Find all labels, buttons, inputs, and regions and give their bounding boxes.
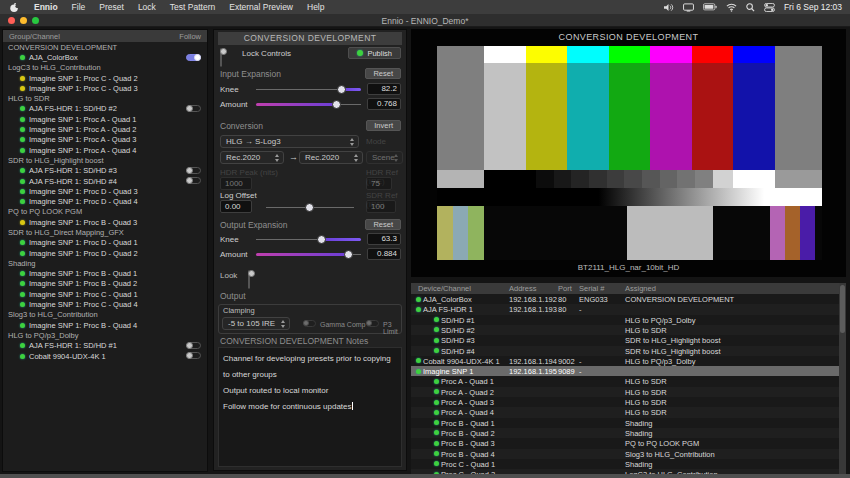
sidebar-group-row[interactable]: Shading — [3, 258, 207, 268]
column-header-assigned[interactable]: Assigned — [625, 284, 656, 293]
scrollbar-thumb[interactable] — [840, 285, 845, 333]
source-colorspace-dropdown[interactable]: Rec.2020 — [220, 151, 284, 164]
device-row[interactable]: Cobalt 9904-UDX-4K 1192.168.1.1949002-HL… — [411, 356, 839, 366]
follow-toggle[interactable] — [186, 352, 201, 359]
sidebar-channel-row[interactable]: Imagine SNP 1: Proc D - Quad 2 — [3, 248, 207, 258]
sidebar-channel-row[interactable]: AJA_ColorBox — [3, 52, 207, 62]
sidebar-channel-row[interactable]: AJA FS-HDR 1: SD/HD #1 — [3, 341, 207, 351]
sidebar-channel-row[interactable]: Imagine SNP 1: Proc A - Quad 1 — [3, 114, 207, 124]
p3-limit-toggle[interactable] — [366, 320, 379, 327]
device-row[interactable]: AJA FS-HDR 1192.168.1.19380- — [411, 304, 839, 314]
sidebar-channel-row[interactable]: AJA FS-HDR 1: SD/HD #3 — [3, 166, 207, 176]
gamma-comp-toggle[interactable] — [303, 320, 316, 327]
device-row[interactable]: SD/HD #4SDR to HLG_Highlight boost — [411, 346, 839, 356]
sidebar-group-row[interactable]: SDR to HLG_Highlight boost — [3, 155, 207, 165]
sidebar-channel-row[interactable]: Imagine SNP 1: Proc A - Quad 3 — [3, 135, 207, 145]
control-center-icon[interactable] — [764, 3, 775, 12]
follow-toggle[interactable] — [186, 54, 201, 61]
apple-menu-icon[interactable] — [0, 2, 27, 13]
log-offset-field[interactable]: 0.00 — [220, 200, 252, 213]
sidebar-channel-row[interactable]: Imagine SNP 1: Proc B - Quad 2 — [3, 279, 207, 289]
sidebar-channel-row[interactable]: Imagine SNP 1: Proc B - Quad 3 — [3, 217, 207, 227]
look-toggle[interactable] — [248, 270, 250, 289]
device-table-scrollbar[interactable] — [839, 283, 846, 474]
sidebar-channel-row[interactable]: Imagine SNP 1: Proc D - Quad 1 — [3, 238, 207, 248]
sidebar-channel-row[interactable]: Imagine SNP 1: Proc A - Quad 4 — [3, 145, 207, 155]
device-row[interactable]: Proc B - Quad 3PQ to PQ LOOK PGM — [411, 438, 839, 448]
input-amount-slider[interactable] — [256, 103, 361, 106]
battery-icon[interactable] — [703, 3, 717, 11]
volume-icon[interactable] — [663, 3, 674, 12]
column-header-port[interactable]: Port — [558, 284, 572, 293]
sidebar-group-row[interactable]: LogC3 to HLG_Contribution — [3, 63, 207, 73]
sidebar-group-row[interactable]: SDR to HLG_Direct Mapping_GFX — [3, 227, 207, 237]
sidebar-channel-row[interactable]: Imagine SNP 1: Proc A - Quad 2 — [3, 124, 207, 134]
publish-button[interactable]: Publish — [348, 47, 401, 59]
sidebar-channel-row[interactable]: Imagine SNP 1: Proc C - Quad 1 — [3, 289, 207, 299]
output-expansion-reset-button[interactable]: Reset — [365, 219, 401, 230]
menu-item-file[interactable]: File — [65, 2, 93, 12]
device-row[interactable]: SD/HD #3SDR to HLG_Highlight boost — [411, 335, 839, 345]
device-row[interactable]: Proc A - Quad 1HLG to SDR — [411, 376, 839, 386]
menu-item-lock[interactable]: Lock — [131, 2, 163, 12]
menu-item-external-preview[interactable]: External Preview — [222, 2, 300, 12]
input-knee-slider[interactable] — [256, 88, 361, 91]
device-row[interactable]: Proc B - Quad 2Shading — [411, 428, 839, 438]
output-knee-slider-thumb[interactable] — [317, 235, 326, 244]
sidebar-channel-row[interactable]: AJA FS-HDR 1: SD/HD #2 — [3, 104, 207, 114]
hdr-peak-field[interactable]: 1000 — [220, 177, 252, 190]
device-row[interactable]: SD/HD #2HLG to SDR — [411, 325, 839, 335]
device-row[interactable]: Proc A - Quad 2HLG to SDR — [411, 387, 839, 397]
device-row[interactable]: Proc A - Quad 4HLG to SDR — [411, 407, 839, 417]
menu-item-test-pattern[interactable]: Test Pattern — [163, 2, 222, 12]
menu-app-name[interactable]: Ennio — [27, 2, 65, 12]
transform-dropdown[interactable]: HLG → S-Log3 — [220, 135, 359, 148]
sidebar-group-row[interactable]: Slog3 to HLG_Contribution — [3, 310, 207, 320]
follow-toggle[interactable] — [186, 167, 201, 174]
follow-toggle[interactable] — [186, 342, 201, 349]
sidebar-group-row[interactable]: HLG to PQ/p3_Dolby — [3, 330, 207, 340]
device-row[interactable]: Proc C - Quad 1Shading — [411, 459, 839, 469]
spotlight-search-icon[interactable] — [746, 3, 755, 12]
menu-clock[interactable]: Fri 6 Sep 12:03 — [784, 2, 842, 12]
device-row[interactable]: AJA_ColorBox192.168.1.19280ENG033CONVERS… — [411, 294, 839, 304]
dest-colorspace-dropdown[interactable]: Rec.2020 — [299, 151, 363, 164]
input-knee-slider-thumb[interactable] — [337, 85, 346, 94]
sidebar-channel-row[interactable]: Imagine SNP 1: Proc D - Quad 3 — [3, 186, 207, 196]
input-amount-slider-thumb[interactable] — [332, 100, 341, 109]
sidebar-channel-row[interactable]: Imagine SNP 1: Proc C - Quad 2 — [3, 73, 207, 83]
sidebar-channel-row[interactable]: AJA FS-HDR 1: SD/HD #4 — [3, 176, 207, 186]
device-row[interactable]: Proc A - Quad 3HLG to SDR — [411, 397, 839, 407]
sidebar-group-row[interactable]: PQ to PQ LOOK PGM — [3, 207, 207, 217]
column-header-device-channel[interactable]: Device/Channel — [418, 284, 471, 293]
display-icon[interactable] — [683, 3, 694, 12]
invert-button[interactable]: Invert — [366, 120, 401, 131]
sidebar-channel-row[interactable]: Imagine SNP 1: Proc C - Quad 4 — [3, 299, 207, 309]
menu-item-help[interactable]: Help — [300, 2, 331, 12]
sdr-ref-field[interactable]: 100 — [366, 200, 396, 213]
follow-toggle[interactable] — [186, 105, 201, 112]
sidebar-group-row[interactable]: CONVERSION DEVELOPMENT — [3, 42, 207, 52]
hdr-ref-field[interactable]: 75 — [366, 177, 392, 190]
sidebar-group-row[interactable]: HLG to SDR — [3, 93, 207, 103]
device-row[interactable]: Proc B - Quad 4Slog3 to HLG_Contribution — [411, 449, 839, 459]
notes-textarea[interactable]: Channel for developing presets prior to … — [218, 347, 402, 467]
mode-dropdown[interactable]: Scene — [366, 151, 403, 164]
output-amount-slider-thumb[interactable] — [344, 250, 353, 259]
sidebar-channel-row[interactable]: Imagine SNP 1: Proc B - Quad 1 — [3, 269, 207, 279]
follow-toggle[interactable] — [186, 177, 201, 184]
device-row[interactable]: Proc B - Quad 1Shading — [411, 418, 839, 428]
column-header-serial[interactable]: Serial # — [579, 284, 604, 293]
clamping-dropdown[interactable]: -5 to 105 IRE — [222, 317, 290, 330]
sidebar-channel-row[interactable]: Imagine SNP 1: Proc D - Quad 4 — [3, 196, 207, 206]
sidebar-channel-row[interactable]: Imagine SNP 1: Proc C - Quad 3 — [3, 83, 207, 93]
input-expansion-reset-button[interactable]: Reset — [365, 68, 401, 79]
log-offset-slider[interactable] — [266, 206, 354, 209]
menu-item-preset[interactable]: Preset — [92, 2, 131, 12]
sidebar-channel-row[interactable]: Imagine SNP 1: Proc B - Quad 4 — [3, 320, 207, 330]
device-row[interactable]: Imagine SNP 1192.168.1.1959089- — [411, 366, 839, 376]
output-amount-slider[interactable] — [256, 253, 361, 256]
column-header-address[interactable]: Address — [509, 284, 537, 293]
output-knee-slider[interactable] — [256, 238, 361, 241]
wifi-icon[interactable] — [726, 3, 737, 12]
